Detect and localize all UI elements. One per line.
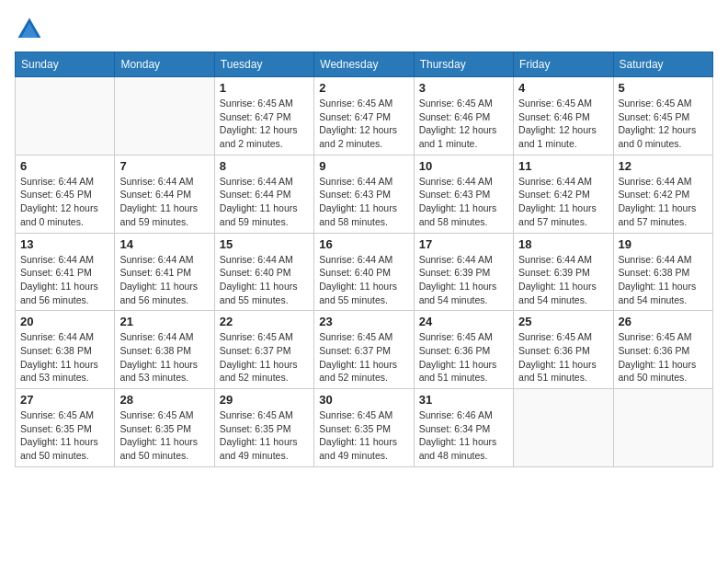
day-header-wednesday: Wednesday — [314, 52, 414, 77]
day-header-monday: Monday — [115, 52, 214, 77]
day-info: Sunrise: 6:44 AM Sunset: 6:44 PM Dayligh… — [220, 175, 309, 229]
empty-cell — [514, 389, 613, 467]
day-number: 21 — [119, 315, 209, 328]
day-header-sunday: Sunday — [16, 52, 115, 77]
day-info: Sunrise: 6:45 AM Sunset: 6:36 PM Dayligh… — [419, 330, 508, 385]
day-number: 5 — [619, 81, 708, 95]
day-cell-3: 3Sunrise: 6:45 AM Sunset: 6:46 PM Daylig… — [414, 77, 513, 155]
day-number: 6 — [20, 159, 109, 173]
day-number: 2 — [319, 81, 408, 95]
page-header — [15, 15, 713, 44]
week-row-5: 27Sunrise: 6:45 AM Sunset: 6:35 PM Dayli… — [16, 389, 713, 467]
day-number: 9 — [319, 159, 408, 173]
day-info: Sunrise: 6:45 AM Sunset: 6:47 PM Dayligh… — [220, 97, 309, 151]
day-cell-11: 11Sunrise: 6:44 AM Sunset: 6:42 PM Dayli… — [514, 155, 613, 233]
day-cell-23: 23Sunrise: 6:45 AM Sunset: 6:37 PM Dayli… — [314, 311, 414, 389]
day-info: Sunrise: 6:44 AM Sunset: 6:40 PM Dayligh… — [319, 253, 408, 307]
day-cell-8: 8Sunrise: 6:44 AM Sunset: 6:44 PM Daylig… — [214, 155, 313, 233]
day-cell-17: 17Sunrise: 6:44 AM Sunset: 6:39 PM Dayli… — [414, 233, 513, 311]
day-info: Sunrise: 6:44 AM Sunset: 6:43 PM Dayligh… — [419, 175, 508, 229]
day-cell-21: 21Sunrise: 6:44 AM Sunset: 6:38 PM Dayli… — [115, 311, 214, 389]
day-number: 15 — [220, 237, 309, 251]
day-info: Sunrise: 6:45 AM Sunset: 6:35 PM Dayligh… — [20, 408, 109, 463]
day-cell-9: 9Sunrise: 6:44 AM Sunset: 6:43 PM Daylig… — [314, 155, 414, 233]
day-header-friday: Friday — [514, 52, 613, 77]
day-cell-7: 7Sunrise: 6:44 AM Sunset: 6:44 PM Daylig… — [115, 155, 214, 233]
day-info: Sunrise: 6:45 AM Sunset: 6:47 PM Dayligh… — [319, 97, 408, 151]
day-number: 11 — [518, 159, 608, 173]
logo-icon — [15, 15, 44, 44]
day-info: Sunrise: 6:44 AM Sunset: 6:39 PM Dayligh… — [518, 253, 608, 307]
week-row-1: 1Sunrise: 6:45 AM Sunset: 6:47 PM Daylig… — [16, 77, 713, 155]
day-info: Sunrise: 6:44 AM Sunset: 6:38 PM Dayligh… — [20, 330, 109, 385]
day-number: 29 — [220, 393, 309, 407]
day-cell-24: 24Sunrise: 6:45 AM Sunset: 6:36 PM Dayli… — [414, 311, 513, 389]
day-info: Sunrise: 6:45 AM Sunset: 6:36 PM Dayligh… — [619, 330, 708, 385]
day-cell-4: 4Sunrise: 6:45 AM Sunset: 6:46 PM Daylig… — [514, 77, 613, 155]
day-info: Sunrise: 6:45 AM Sunset: 6:37 PM Dayligh… — [220, 330, 309, 385]
day-cell-22: 22Sunrise: 6:45 AM Sunset: 6:37 PM Dayli… — [214, 311, 313, 389]
day-cell-6: 6Sunrise: 6:44 AM Sunset: 6:45 PM Daylig… — [16, 155, 115, 233]
day-number: 30 — [319, 393, 408, 407]
day-info: Sunrise: 6:45 AM Sunset: 6:46 PM Dayligh… — [518, 97, 608, 151]
day-number: 12 — [619, 159, 708, 173]
day-cell-20: 20Sunrise: 6:44 AM Sunset: 6:38 PM Dayli… — [16, 311, 115, 389]
day-headers-row: SundayMondayTuesdayWednesdayThursdayFrid… — [16, 52, 713, 77]
week-row-3: 13Sunrise: 6:44 AM Sunset: 6:41 PM Dayli… — [16, 233, 713, 311]
day-number: 3 — [419, 81, 508, 95]
day-cell-30: 30Sunrise: 6:45 AM Sunset: 6:35 PM Dayli… — [314, 389, 414, 467]
day-number: 18 — [518, 237, 608, 251]
day-cell-14: 14Sunrise: 6:44 AM Sunset: 6:41 PM Dayli… — [115, 233, 214, 311]
day-info: Sunrise: 6:45 AM Sunset: 6:35 PM Dayligh… — [119, 408, 209, 463]
day-cell-25: 25Sunrise: 6:45 AM Sunset: 6:36 PM Dayli… — [514, 311, 613, 389]
day-number: 17 — [419, 237, 508, 251]
day-cell-18: 18Sunrise: 6:44 AM Sunset: 6:39 PM Dayli… — [514, 233, 613, 311]
empty-cell — [16, 77, 115, 155]
day-cell-29: 29Sunrise: 6:45 AM Sunset: 6:35 PM Dayli… — [214, 389, 313, 467]
day-info: Sunrise: 6:46 AM Sunset: 6:34 PM Dayligh… — [419, 408, 508, 463]
day-number: 13 — [20, 237, 109, 251]
day-cell-31: 31Sunrise: 6:46 AM Sunset: 6:34 PM Dayli… — [414, 389, 513, 467]
week-row-4: 20Sunrise: 6:44 AM Sunset: 6:38 PM Dayli… — [16, 311, 713, 389]
day-number: 26 — [619, 315, 708, 328]
day-info: Sunrise: 6:44 AM Sunset: 6:40 PM Dayligh… — [220, 253, 309, 307]
day-number: 23 — [319, 315, 408, 328]
day-number: 14 — [119, 237, 209, 251]
day-cell-19: 19Sunrise: 6:44 AM Sunset: 6:38 PM Dayli… — [613, 233, 712, 311]
day-info: Sunrise: 6:45 AM Sunset: 6:45 PM Dayligh… — [619, 97, 708, 151]
day-cell-15: 15Sunrise: 6:44 AM Sunset: 6:40 PM Dayli… — [214, 233, 313, 311]
day-number: 19 — [619, 237, 708, 251]
day-cell-27: 27Sunrise: 6:45 AM Sunset: 6:35 PM Dayli… — [16, 389, 115, 467]
logo — [15, 15, 48, 44]
day-number: 22 — [220, 315, 309, 328]
day-info: Sunrise: 6:44 AM Sunset: 6:39 PM Dayligh… — [419, 253, 508, 307]
day-cell-5: 5Sunrise: 6:45 AM Sunset: 6:45 PM Daylig… — [613, 77, 712, 155]
day-number: 27 — [20, 393, 109, 407]
day-cell-13: 13Sunrise: 6:44 AM Sunset: 6:41 PM Dayli… — [16, 233, 115, 311]
day-info: Sunrise: 6:45 AM Sunset: 6:46 PM Dayligh… — [419, 97, 508, 151]
day-number: 25 — [518, 315, 608, 328]
day-cell-2: 2Sunrise: 6:45 AM Sunset: 6:47 PM Daylig… — [314, 77, 414, 155]
day-number: 28 — [119, 393, 209, 407]
empty-cell — [613, 389, 712, 467]
day-info: Sunrise: 6:44 AM Sunset: 6:41 PM Dayligh… — [20, 253, 109, 307]
day-cell-12: 12Sunrise: 6:44 AM Sunset: 6:42 PM Dayli… — [613, 155, 712, 233]
day-info: Sunrise: 6:45 AM Sunset: 6:35 PM Dayligh… — [319, 408, 408, 463]
empty-cell — [115, 77, 214, 155]
day-number: 7 — [119, 159, 209, 173]
calendar-table: SundayMondayTuesdayWednesdayThursdayFrid… — [15, 52, 713, 467]
day-number: 31 — [419, 393, 508, 407]
day-number: 10 — [419, 159, 508, 173]
day-number: 1 — [220, 81, 309, 95]
day-info: Sunrise: 6:44 AM Sunset: 6:38 PM Dayligh… — [619, 253, 708, 307]
day-info: Sunrise: 6:44 AM Sunset: 6:42 PM Dayligh… — [619, 175, 708, 229]
day-cell-1: 1Sunrise: 6:45 AM Sunset: 6:47 PM Daylig… — [214, 77, 313, 155]
day-header-tuesday: Tuesday — [214, 52, 313, 77]
day-info: Sunrise: 6:44 AM Sunset: 6:43 PM Dayligh… — [319, 175, 408, 229]
day-cell-10: 10Sunrise: 6:44 AM Sunset: 6:43 PM Dayli… — [414, 155, 513, 233]
day-number: 16 — [319, 237, 408, 251]
day-info: Sunrise: 6:45 AM Sunset: 6:37 PM Dayligh… — [319, 330, 408, 385]
day-number: 20 — [20, 315, 109, 328]
day-info: Sunrise: 6:45 AM Sunset: 6:35 PM Dayligh… — [220, 408, 309, 463]
day-info: Sunrise: 6:44 AM Sunset: 6:42 PM Dayligh… — [518, 175, 608, 229]
